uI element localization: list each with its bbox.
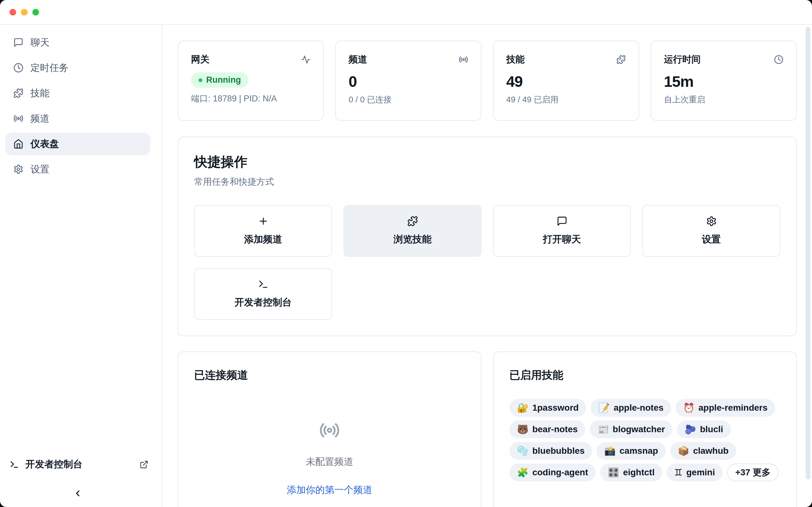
gear-icon	[13, 164, 23, 174]
add-channel-button[interactable]: 添加频道	[194, 205, 332, 257]
radio-icon	[319, 420, 340, 441]
sidebar-item-label: 仪表盘	[31, 137, 59, 151]
sidebar-item-label: 设置	[31, 163, 49, 176]
stat-subtitle: 0 / 0 已连接	[349, 94, 468, 105]
skill-chip: 🎛️eightctl	[600, 464, 662, 481]
radio-icon	[459, 55, 468, 64]
enabled-skills-panel: 已启用技能 🔐1password 📝apple-notes ⏰apple-rem…	[493, 351, 797, 507]
connected-channels-panel: 已连接频道 未配置频道 添加你的第一个频道	[177, 351, 481, 507]
skill-emoji-icon: 🫧	[517, 446, 528, 456]
sidebar-item-scheduled-tasks[interactable]: 定时任务	[5, 56, 150, 79]
skill-chip: 📰blogwatcher	[590, 420, 672, 438]
quick-actions-title: 快捷操作	[194, 153, 780, 171]
puzzle-icon	[407, 216, 418, 227]
skill-chip: 📝apple-notes	[591, 399, 671, 417]
main-content: 网关 Running 端口: 18789 | PID: N/A 频道 0 0 /…	[162, 25, 812, 507]
skill-emoji-icon: 📝	[598, 402, 610, 413]
stats-row: 网关 Running 端口: 18789 | PID: N/A 频道 0 0 /…	[177, 41, 797, 121]
sidebar-item-label: 技能	[31, 87, 49, 100]
skill-emoji-icon: 🎛️	[608, 467, 619, 478]
chat-bubble-icon	[557, 216, 567, 227]
puzzle-icon	[616, 55, 626, 64]
skill-chip: 📦clawhub	[670, 442, 736, 460]
quick-actions-card: 快捷操作 常用任务和快捷方式 添加频道 浏览技能 打开聊天	[177, 136, 797, 336]
plus-icon	[258, 216, 269, 227]
stat-subtitle: 端口: 18789 | PID: N/A	[191, 93, 310, 104]
sidebar-item-label: 聊天	[31, 36, 49, 49]
skill-emoji-icon: 🫐	[684, 424, 696, 435]
skill-emoji-icon: 📦	[678, 446, 689, 456]
more-skills-button[interactable]: +37 更多	[727, 464, 779, 481]
stat-card-skills: 技能 49 49 / 49 已启用	[493, 41, 639, 121]
skills-chip-list: 🔐1password 📝apple-notes ⏰apple-reminders…	[509, 399, 780, 481]
stat-card-channels: 频道 0 0 / 0 已连接	[335, 41, 481, 121]
puzzle-icon	[13, 88, 23, 98]
stat-card-uptime: 运行时间 15m 自上次重启	[651, 41, 797, 121]
connected-channels-title: 已连接频道	[194, 368, 465, 383]
skill-chip: 🫐blucli	[677, 420, 730, 438]
open-chat-button[interactable]: 打开聊天	[493, 205, 631, 257]
chat-bubble-icon	[13, 38, 23, 48]
skill-emoji-icon: 🧩	[517, 467, 528, 478]
settings-button[interactable]: 设置	[642, 205, 780, 257]
sidebar-item-label: 频道	[31, 112, 49, 125]
terminal-icon	[258, 279, 269, 290]
enabled-skills-title: 已启用技能	[509, 368, 780, 383]
add-first-channel-link[interactable]: 添加你的第一个频道	[287, 484, 372, 497]
skill-chip: 📸camsnap	[597, 442, 666, 460]
stat-value: 0	[349, 73, 468, 90]
stat-title: 网关	[191, 53, 209, 66]
sidebar-item-dashboard[interactable]: 仪表盘	[5, 132, 150, 155]
stat-title: 运行时间	[664, 53, 701, 66]
sidebar-collapse[interactable]	[5, 489, 150, 498]
external-link-icon[interactable]	[140, 460, 148, 469]
stat-value: 15m	[664, 73, 783, 90]
status-dot-icon	[199, 78, 202, 82]
skill-chip: ⏰apple-reminders	[676, 399, 775, 417]
skill-emoji-icon: ⏰	[683, 402, 695, 413]
skill-chip: ♊gemini	[667, 464, 722, 481]
sidebar-item-chat[interactable]: 聊天	[5, 31, 150, 54]
minimize-window-button[interactable]	[21, 9, 28, 15]
developer-console-button[interactable]: 开发者控制台	[194, 268, 332, 320]
sidebar-item-label: 定时任务	[31, 61, 68, 74]
stat-subtitle: 自上次重启	[664, 94, 783, 105]
skill-emoji-icon: 📸	[604, 446, 616, 456]
status-badge: Running	[191, 72, 248, 88]
skill-emoji-icon: 🔐	[517, 402, 528, 413]
sidebar-dev-console[interactable]: 开发者控制台	[5, 458, 150, 471]
skill-chip: 🔐1password	[509, 399, 586, 417]
skill-emoji-icon: ♊	[674, 467, 682, 478]
sidebar: 聊天 定时任务 技能 频道 仪表盘 设置	[0, 25, 162, 507]
sidebar-item-skills[interactable]: 技能	[5, 82, 150, 105]
zoom-window-button[interactable]	[32, 9, 39, 15]
stat-value: 49	[506, 73, 626, 90]
browse-skills-button[interactable]: 浏览技能	[344, 205, 481, 257]
dev-console-label: 开发者控制台	[26, 458, 83, 471]
stat-subtitle: 49 / 49 已启用	[506, 94, 626, 105]
gear-icon	[706, 216, 717, 227]
stat-title: 频道	[349, 53, 367, 66]
scrollbar-thumb[interactable]	[806, 27, 810, 480]
stat-title: 技能	[506, 53, 525, 66]
activity-icon	[301, 55, 310, 64]
terminal-icon	[9, 460, 19, 469]
clock-icon	[13, 63, 23, 73]
sidebar-item-channels[interactable]: 频道	[5, 107, 150, 130]
channels-empty-state: 未配置频道 添加你的第一个频道	[194, 420, 465, 497]
window-controls	[9, 9, 39, 15]
sidebar-item-settings[interactable]: 设置	[5, 158, 150, 181]
home-icon	[13, 139, 23, 149]
clock-icon	[774, 55, 783, 64]
quick-actions-subtitle: 常用任务和快捷方式	[194, 176, 780, 188]
app-window: 聊天 定时任务 技能 频道 仪表盘 设置	[0, 0, 812, 507]
skill-emoji-icon: 🐻	[517, 424, 528, 435]
chevron-left-icon	[73, 489, 83, 498]
title-bar	[0, 0, 812, 25]
skill-chip: 🧩coding-agent	[509, 464, 596, 481]
close-window-button[interactable]	[9, 9, 16, 15]
skill-chip: 🫧bluebubbles	[509, 442, 592, 460]
skill-emoji-icon: 📰	[597, 424, 609, 435]
skill-chip: 🐻bear-notes	[509, 420, 585, 438]
empty-channels-text: 未配置频道	[306, 455, 353, 468]
